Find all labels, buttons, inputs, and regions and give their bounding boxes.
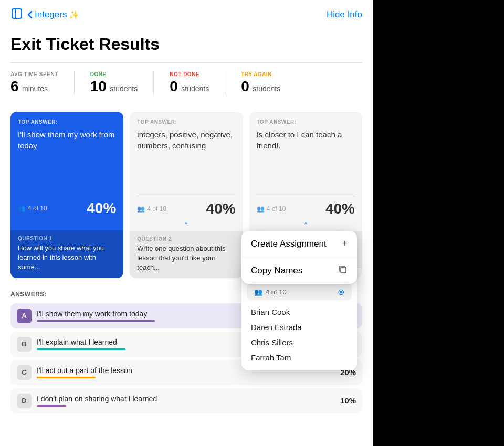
plus-icon: +: [342, 238, 348, 249]
create-assignment-item[interactable]: Create Assignment +: [242, 231, 357, 257]
card-qlabel-2: QUESTION 2: [137, 236, 235, 242]
stat-avg-time: AVG TIME SPENT 6 minutes: [10, 71, 75, 95]
card-top-label-2: TOP ANSWER:: [137, 119, 235, 125]
stat-label-notdone: NOT DONE: [170, 71, 209, 77]
card-students-2: 👥 4 of 10: [137, 205, 166, 213]
stat-value-avg: 6 minutes: [10, 78, 58, 95]
card-chevron-2: ˄: [130, 221, 243, 230]
card-bottom-2: QUESTION 2 Write one question about this…: [130, 231, 243, 278]
answer-row-d[interactable]: D I don't plan on sharing what I learned…: [10, 388, 362, 413]
students-count-row: 👥 4 of 10 ⊗: [247, 284, 352, 300]
student-name-3: Chris Sillers: [242, 335, 357, 350]
copy-names-label: Copy Names: [251, 266, 302, 276]
stat-value-tryagain: 0 students: [241, 78, 280, 95]
question-card-1[interactable]: TOP ANSWER: I'll show them my work from …: [10, 112, 123, 278]
create-assignment-label: Create Assignment: [251, 239, 327, 249]
back-label: Integers: [35, 9, 67, 20]
svg-rect-2: [341, 267, 346, 273]
card-top-3: TOP ANSWER: Is closer to I can teach a f…: [249, 112, 362, 196]
card-qtext-2: Write one question about this lesson tha…: [137, 244, 235, 273]
card-answer-2: integers, positive, negative, numbers, c…: [137, 129, 235, 151]
card-stats-2: 👥 4 of 10 40%: [130, 196, 243, 221]
back-button[interactable]: Integers ✨: [27, 9, 79, 20]
copy-icon: [338, 264, 348, 277]
answer-letter-d: D: [17, 394, 32, 408]
card-pct-2: 40%: [206, 200, 236, 217]
page-title: Exit Ticket Results: [0, 29, 373, 62]
stats-row: AVG TIME SPENT 6 minutes DONE 10 student…: [0, 63, 373, 103]
answer-bar-a: [37, 320, 155, 322]
card-answer-3: Is closer to I can teach a friend!.: [257, 129, 355, 151]
students-count-label: 👥 4 of 10: [254, 288, 287, 296]
popup-menu: Create Assignment + Copy Names: [242, 231, 357, 284]
stat-label-done: DONE: [90, 71, 138, 77]
card-students-1: 👥 4 of 10: [18, 205, 47, 212]
card-top-label-3: TOP ANSWER:: [257, 119, 355, 125]
stat-done: DONE 10 students: [90, 71, 154, 95]
stat-not-done: NOT DONE 0 students: [170, 71, 225, 95]
card-qlabel-1: QUESTION 1: [18, 236, 116, 241]
card-bottom-1: QUESTION 1 How will you share what you l…: [10, 230, 123, 278]
card-top-2: TOP ANSWER: integers, positive, negative…: [130, 112, 243, 196]
stat-label-avg: AVG TIME SPENT: [10, 71, 58, 77]
stat-try-again: TRY AGAIN 0 students: [241, 71, 296, 95]
answer-letter-a: A: [17, 309, 32, 323]
card-top-1: TOP ANSWER: I'll show them my work from …: [10, 112, 123, 196]
card-stats-1: 👥 4 of 10 40%: [10, 196, 123, 221]
card-students-3: 👥 4 of 10: [257, 205, 286, 213]
stat-value-notdone: 0 students: [170, 78, 209, 95]
answer-letter-c: C: [17, 365, 32, 380]
student-name-4: Farrah Tam: [242, 350, 357, 365]
students-close-button[interactable]: ⊗: [338, 287, 344, 297]
answer-pct-d: 10%: [337, 396, 356, 405]
card-answer-1: I'll show them my work from today: [18, 129, 116, 151]
answer-letter-b: B: [17, 337, 32, 352]
top-nav: Integers ✨ Hide Info: [0, 0, 373, 29]
answer-bar-c: [37, 377, 96, 378]
stat-label-tryagain: TRY AGAIN: [241, 71, 280, 77]
student-name-2: Daren Estrada: [242, 320, 357, 335]
card-qtext-1: How will you share what you learned in t…: [18, 243, 116, 272]
answer-bar-d: [37, 405, 66, 407]
card-pct-3: 40%: [326, 200, 355, 217]
student-name-1: Brian Cook: [242, 304, 357, 320]
svg-rect-0: [12, 9, 22, 18]
card-pct-1: 40%: [87, 200, 116, 217]
question-card-2[interactable]: TOP ANSWER: integers, positive, negative…: [130, 112, 243, 278]
nav-left: Integers ✨: [10, 7, 79, 22]
sidebar-toggle[interactable]: [10, 7, 23, 22]
card-chevron-3: ˄: [249, 221, 362, 230]
answer-text-d: I don't plan on sharing what I learned: [37, 395, 332, 407]
answer-bar-b: [37, 348, 125, 350]
card-top-label-1: TOP ANSWER:: [18, 119, 116, 125]
card-stats-3: 👥 4 of 10 40%: [249, 196, 362, 221]
stat-value-done: 10 students: [90, 78, 138, 95]
copy-names-item[interactable]: Copy Names: [242, 257, 357, 284]
sparkle-icon: ✨: [69, 10, 79, 20]
hide-info-button[interactable]: Hide Info: [327, 9, 362, 20]
card-chevron-1: ˄: [10, 221, 123, 229]
